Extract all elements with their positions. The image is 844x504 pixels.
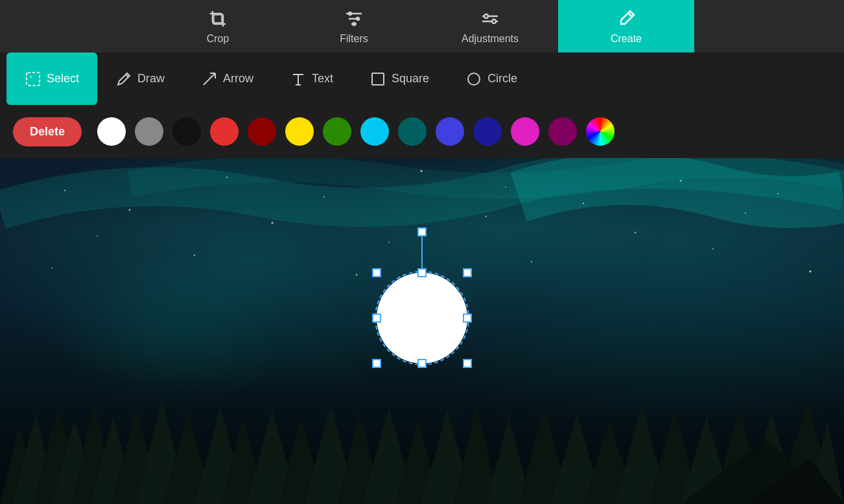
color-cyan[interactable] [360,117,389,146]
trees-silhouette [0,374,844,504]
selection-border [375,271,469,365]
canvas-area[interactable] [0,158,844,504]
svg-point-31 [635,232,637,234]
draw-tool-btn[interactable]: Draw [97,52,183,105]
tool-bar: Select Draw Arrow Text Square [0,52,844,105]
arrow-icon [201,71,218,87]
svg-point-4 [484,14,488,18]
square-tool-btn[interactable]: Square [351,52,447,105]
square-icon [369,71,386,87]
color-dark-red[interactable] [248,117,276,146]
color-black[interactable] [172,117,201,146]
filters-tool-btn[interactable]: Filters [286,0,422,52]
select-tool-btn[interactable]: Select [6,52,97,105]
svg-point-29 [388,242,390,243]
circle-icon [465,71,482,87]
arrow-tool-btn[interactable]: Arrow [183,52,272,105]
create-label: Create [611,33,642,45]
svg-point-28 [272,222,274,224]
color-bar: Delete [0,105,844,158]
color-red[interactable] [210,117,239,146]
text-icon [290,71,307,87]
svg-point-34 [194,255,195,256]
draw-label: Draw [137,72,165,86]
adjustments-tool-btn[interactable]: Adjustments [422,0,558,52]
create-tool-btn[interactable]: Create [558,0,694,52]
color-white[interactable] [97,117,126,146]
svg-line-10 [628,13,632,17]
svg-point-19 [129,209,131,211]
color-dark-blue[interactable] [473,117,502,146]
circle-tool-btn[interactable]: Circle [447,52,535,105]
svg-rect-11 [27,73,40,86]
text-tool-btn[interactable]: Text [272,52,351,105]
filters-label: Filters [340,33,368,45]
svg-point-5 [492,19,496,23]
color-green[interactable] [323,117,351,146]
create-icon [616,8,637,29]
svg-point-1 [349,12,351,15]
top-handle-line [421,229,423,273]
adjustments-label: Adjustments [462,33,519,45]
svg-rect-16 [372,73,384,85]
svg-point-30 [486,216,487,217]
svg-point-33 [51,268,53,269]
svg-point-38 [810,271,812,273]
color-magenta[interactable] [511,117,539,146]
crop-label: Crop [207,33,229,45]
svg-point-37 [712,248,714,249]
color-blue[interactable] [436,117,464,146]
select-icon [25,71,41,87]
svg-point-35 [356,274,358,276]
filters-icon [344,8,364,29]
arrow-label: Arrow [223,72,253,86]
color-yellow[interactable] [285,117,314,146]
crop-icon [207,8,228,29]
shape-circle-body[interactable] [377,273,467,363]
square-label: Square [392,72,429,86]
color-teal[interactable] [398,117,427,146]
svg-point-3 [353,23,355,25]
color-gray[interactable] [135,117,163,146]
svg-rect-0 [214,15,222,23]
svg-line-12 [204,73,215,85]
circle-label: Circle [487,72,517,86]
top-toolbar: Crop Filters Adjustments Create [0,0,844,52]
color-purple[interactable] [548,117,577,146]
svg-point-2 [357,17,359,20]
select-label: Select [47,72,79,86]
crop-tool-btn[interactable]: Crop [150,0,286,52]
draw-icon [115,71,132,87]
color-rainbow[interactable] [586,117,615,146]
svg-point-36 [531,261,532,262]
svg-point-27 [97,235,98,236]
text-label: Text [312,72,333,86]
adjustments-icon [480,8,500,29]
selected-shape[interactable] [377,273,467,363]
svg-point-17 [468,73,480,85]
delete-button[interactable]: Delete [13,117,82,146]
